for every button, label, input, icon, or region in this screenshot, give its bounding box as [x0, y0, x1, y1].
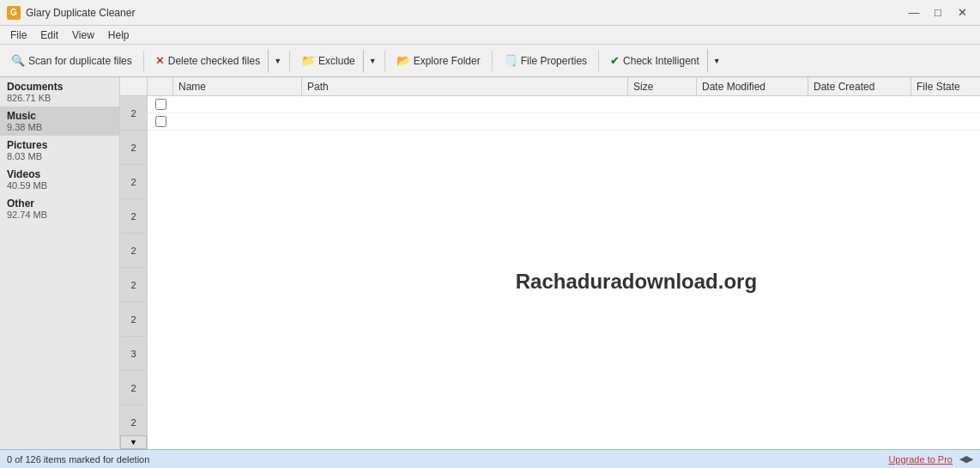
title-bar-left: G Glary Duplicate Cleaner — [7, 6, 135, 20]
maximize-button[interactable]: □ — [927, 4, 949, 21]
explore-folder-label: Explore Folder — [414, 55, 481, 67]
sidebar: Documents 826.71 KB Music 9.38 MB Pictur… — [0, 77, 120, 449]
app-icon: G — [7, 6, 21, 20]
check-intelligent-button[interactable]: ✔ Check Intelligent — [602, 49, 707, 73]
checkbox-1[interactable] — [155, 99, 166, 110]
scan-group: 🔍 Scan for duplicate files — [3, 49, 140, 73]
table-body — [148, 96, 980, 449]
status-bar: 0 of 126 items marked for deletion Upgra… — [0, 449, 980, 468]
separator-1 — [143, 51, 144, 71]
menu-file[interactable]: File — [3, 27, 33, 43]
status-bar-right: Upgrade to Pro ◀▶ — [888, 453, 973, 465]
sidebar-music-size: 9.38 MB — [7, 122, 112, 132]
table-header: Name Path Size Date Modified Date Create… — [148, 77, 980, 96]
main-area: Documents 826.71 KB Music 9.38 MB Pictur… — [0, 77, 980, 449]
header-size[interactable]: Size — [628, 77, 697, 95]
sidebar-item-music[interactable]: Music 9.38 MB — [0, 106, 119, 136]
minimize-button[interactable]: — — [903, 4, 925, 21]
check-icon: ✔ — [610, 54, 620, 67]
sidebar-item-videos[interactable]: Videos 40.59 MB — [0, 165, 119, 194]
header-date-created[interactable]: Date Created — [808, 77, 911, 95]
count-item-8: 3 — [120, 337, 147, 371]
menu-view[interactable]: View — [65, 27, 101, 43]
status-text: 0 of 126 items marked for deletion — [7, 454, 149, 465]
scroll-down-button[interactable]: ▼ — [120, 435, 147, 449]
status-arrow-icon[interactable]: ◀▶ — [959, 453, 973, 465]
menu-bar: File Edit View Help — [0, 26, 980, 45]
header-file-state[interactable]: File State — [911, 77, 980, 95]
count-column: 2 2 2 2 2 2 2 3 2 2 2 ▼ — [120, 77, 148, 449]
search-icon: 🔍 — [11, 54, 25, 67]
table-row-2 — [148, 113, 980, 131]
upgrade-link[interactable]: Upgrade to Pro — [888, 454, 953, 465]
delete-group: ✕ Delete checked files ▼ — [148, 49, 286, 73]
count-item-5: 2 — [120, 234, 147, 268]
sidebar-documents-size: 826.71 KB — [7, 93, 112, 103]
scan-label: Scan for duplicate files — [28, 55, 132, 67]
exclude-icon: 📁 — [301, 54, 315, 67]
checkbox-2[interactable] — [155, 116, 166, 127]
delete-icon: ✕ — [155, 54, 165, 67]
chevron-down-icon-2: ▼ — [369, 57, 377, 65]
delete-label: Delete checked files — [168, 55, 260, 67]
file-properties-button[interactable]: 🗒️ File Properties — [496, 49, 595, 73]
count-item-10: 2 — [120, 405, 147, 435]
separator-3 — [384, 51, 385, 71]
separator-4 — [492, 51, 493, 71]
row-checkbox-2[interactable] — [148, 116, 173, 127]
count-item-4: 2 — [120, 199, 147, 234]
header-name[interactable]: Name — [173, 77, 302, 95]
chevron-down-icon: ▼ — [274, 57, 281, 65]
properties-icon: 🗒️ — [504, 54, 517, 67]
sidebar-videos-size: 40.59 MB — [7, 180, 112, 191]
table-row — [148, 96, 980, 113]
close-button[interactable]: ✕ — [951, 4, 973, 21]
scan-button[interactable]: 🔍 Scan for duplicate files — [3, 49, 140, 73]
sidebar-pictures-size: 8.03 MB — [7, 151, 112, 161]
menu-help[interactable]: Help — [101, 27, 136, 43]
sidebar-documents-label: Documents — [7, 81, 112, 93]
header-path[interactable]: Path — [302, 77, 628, 95]
count-item-1: 2 — [120, 96, 147, 131]
count-item-9: 2 — [120, 371, 147, 405]
sidebar-item-documents[interactable]: Documents 826.71 KB — [0, 77, 119, 106]
exclude-dropdown-button[interactable]: ▼ — [363, 49, 381, 73]
sidebar-videos-label: Videos — [7, 168, 112, 180]
count-item-3: 2 — [120, 165, 147, 199]
delete-button[interactable]: ✕ Delete checked files — [148, 49, 268, 73]
toolbar: 🔍 Scan for duplicate files ✕ Delete chec… — [0, 45, 980, 77]
separator-5 — [598, 51, 599, 71]
sidebar-other-size: 92.74 MB — [7, 210, 112, 220]
check-intelligent-label: Check Intelligent — [623, 55, 699, 67]
delete-dropdown-button[interactable]: ▼ — [268, 49, 286, 73]
folder-icon: 📂 — [396, 54, 410, 67]
window-controls: — □ ✕ — [903, 4, 973, 21]
file-properties-label: File Properties — [521, 55, 587, 67]
explore-folder-button[interactable]: 📂 Explore Folder — [389, 49, 488, 73]
header-date-modified[interactable]: Date Modified — [697, 77, 808, 95]
app-title: Glary Duplicate Cleaner — [26, 7, 135, 19]
sidebar-music-label: Music — [7, 110, 112, 122]
count-items: 2 2 2 2 2 2 2 3 2 2 2 — [120, 96, 147, 435]
row-checkbox-1[interactable] — [148, 99, 173, 110]
check-intelligent-group: ✔ Check Intelligent ▼ — [602, 49, 725, 73]
title-bar: G Glary Duplicate Cleaner — □ ✕ — [0, 0, 980, 26]
header-checkbox — [148, 77, 173, 95]
exclude-button[interactable]: 📁 Exclude — [293, 49, 363, 73]
sidebar-item-pictures[interactable]: Pictures 8.03 MB — [0, 136, 119, 165]
menu-edit[interactable]: Edit — [33, 27, 65, 43]
chevron-down-icon-3: ▼ — [713, 57, 721, 65]
count-item-2: 2 — [120, 131, 147, 165]
exclude-group: 📁 Exclude ▼ — [293, 49, 381, 73]
sidebar-other-label: Other — [7, 198, 112, 210]
exclude-label: Exclude — [318, 55, 355, 67]
count-item-7: 2 — [120, 302, 147, 337]
sidebar-pictures-label: Pictures — [7, 139, 112, 151]
check-intelligent-dropdown-button[interactable]: ▼ — [707, 49, 725, 73]
right-panel: Name Path Size Date Modified Date Create… — [148, 77, 980, 449]
count-col-header — [120, 77, 147, 96]
sidebar-item-other[interactable]: Other 92.74 MB — [0, 194, 119, 223]
separator-2 — [289, 51, 290, 71]
count-item-6: 2 — [120, 268, 147, 302]
